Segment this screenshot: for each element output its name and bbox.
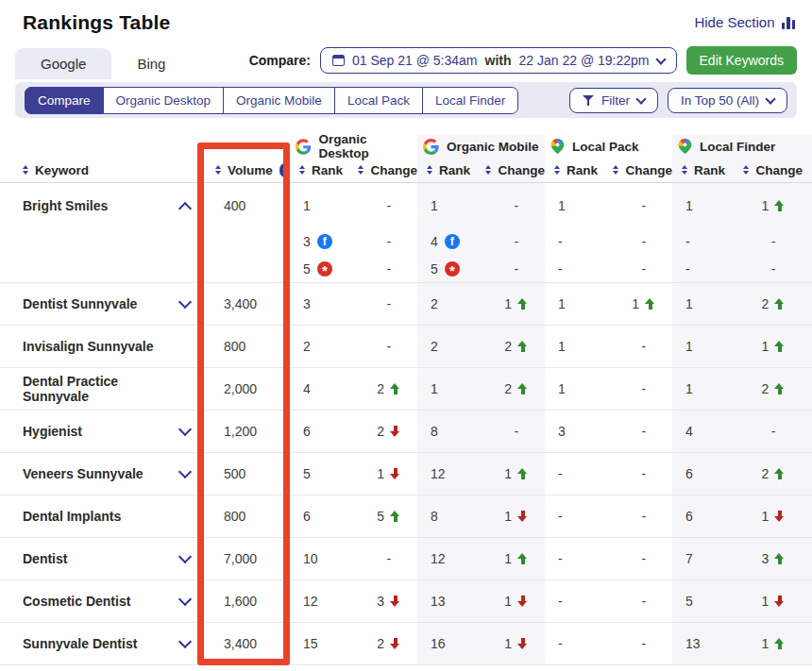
change-value: -	[514, 234, 518, 249]
expand-chevron-icon[interactable]	[178, 423, 192, 436]
rank-header-label: Rank	[312, 163, 343, 177]
change-header-label: Change	[755, 163, 803, 177]
change-value: -	[641, 551, 646, 566]
compare-label: Compare:	[249, 53, 311, 68]
date-range-picker[interactable]: 01 Sep 21 @ 5:34am with 22 Jan 22 @ 19:2…	[320, 47, 677, 74]
change-value: 1	[762, 198, 770, 213]
rank-value: 6	[303, 424, 311, 439]
google-g-icon	[296, 139, 311, 155]
view-tab-organic-desktop[interactable]: Organic Desktop	[103, 87, 225, 114]
sort-arrows-icon[interactable]	[554, 165, 560, 175]
tab-bing[interactable]: Bing	[111, 48, 191, 79]
rank-value: 1	[685, 198, 693, 213]
sort-arrows-icon[interactable]	[358, 165, 364, 175]
date-conjunction: with	[485, 53, 512, 68]
volume-cell: 7,000	[201, 538, 290, 579]
funnel-icon	[583, 94, 594, 106]
info-icon[interactable]	[279, 163, 290, 177]
change-value: 2	[377, 381, 384, 396]
expand-chevron-icon[interactable]	[178, 593, 192, 606]
volume-column-header: Volume	[201, 158, 290, 182]
change-value: -	[771, 234, 776, 249]
change-value: 5	[377, 509, 384, 524]
table-row: Veneers Sunnyvale 500 51 121 -- 62	[0, 453, 812, 495]
change-arrow-icon	[774, 383, 785, 394]
keyword-row-group: Veneers Sunnyvale 500 51 121 -- 62	[0, 453, 812, 495]
change-value: 2	[762, 381, 770, 396]
sort-arrows-icon[interactable]	[215, 165, 221, 175]
view-tab-compare[interactable]: Compare	[25, 87, 104, 114]
change-value: 1	[504, 509, 512, 524]
change-arrow-icon	[517, 383, 528, 394]
volume-cell: 400	[201, 183, 290, 227]
sort-arrows-icon[interactable]	[743, 165, 749, 175]
change-value: 1	[504, 551, 512, 566]
change-arrow-icon	[517, 511, 528, 522]
keyword-column-header: Keyword	[0, 158, 201, 182]
change-value: 3	[377, 594, 384, 609]
filter-controls: Filter In Top 50 (All)	[569, 88, 787, 113]
engine-tabs: Google Bing	[15, 48, 191, 79]
change-value: 1	[504, 594, 512, 609]
change-arrow-icon	[517, 638, 528, 649]
view-tab-local-finder[interactable]: Local Finder	[422, 87, 518, 114]
change-arrow-icon	[390, 426, 400, 437]
expand-chevron-icon[interactable]	[178, 295, 192, 309]
hide-section-link[interactable]: Hide Section	[694, 14, 795, 30]
tab-google[interactable]: Google	[15, 48, 111, 79]
change-arrow-icon	[517, 298, 528, 310]
sort-arrows-icon[interactable]	[485, 165, 491, 175]
keyword-label: Bright Smiles	[23, 198, 108, 213]
rank-source-icon	[445, 234, 460, 249]
change-value: 1	[762, 594, 770, 609]
rank-value: 15	[303, 636, 318, 651]
sort-arrows-icon[interactable]	[613, 165, 618, 175]
rank-value: 2	[303, 339, 311, 354]
group-label: Local Finder	[700, 140, 775, 154]
sort-arrows-icon[interactable]	[23, 165, 28, 175]
sort-arrows-icon[interactable]	[299, 165, 305, 175]
change-value: 2	[504, 381, 512, 396]
calendar-icon	[332, 55, 345, 66]
hide-section-label: Hide Section	[694, 14, 774, 30]
change-arrow-icon	[517, 341, 528, 352]
change-arrow-icon	[390, 638, 400, 649]
keyword-row-group: Dental Practice Sunnyvale 2,000 42 12 1-…	[0, 368, 812, 411]
rank-value: 1	[558, 339, 566, 354]
compare-controls: Compare: 01 Sep 21 @ 5:34am with 22 Jan …	[249, 46, 797, 79]
expand-chevron-icon[interactable]	[178, 635, 192, 648]
rankings-table: Organic Desktop Organic Mobile Local Pac…	[0, 135, 812, 665]
rank-value: 1	[685, 296, 693, 311]
change-value: -	[386, 234, 391, 249]
maps-pin-icon	[678, 139, 692, 154]
change-value: -	[641, 424, 646, 439]
top-filter-dropdown[interactable]: In Top 50 (All)	[668, 88, 787, 113]
rank-header-label: Rank	[567, 163, 598, 177]
rank-value: 10	[303, 551, 318, 566]
rank-value: -	[558, 594, 563, 609]
date-to: 22 Jan 22 @ 19:22pm	[519, 53, 650, 68]
rank-value: -	[558, 636, 563, 651]
rank-value: -	[685, 261, 690, 277]
edit-keywords-button[interactable]: Edit Keywords	[686, 46, 797, 75]
rank-value: 4	[303, 381, 311, 396]
sort-arrows-icon[interactable]	[682, 165, 687, 175]
keyword-row-group: Dentist Sunnyvale 3,400 3- 21 11 12	[0, 283, 812, 326]
view-tab-local-pack[interactable]: Local Pack	[334, 87, 423, 114]
filter-dropdown[interactable]: Filter	[569, 88, 658, 113]
change-value: 1	[504, 296, 512, 311]
view-tab-organic-mobile[interactable]: Organic Mobile	[223, 87, 335, 114]
sort-arrows-icon[interactable]	[427, 165, 432, 175]
rank-value: 5	[685, 594, 693, 609]
change-arrow-icon	[390, 511, 400, 522]
change-value: 1	[762, 636, 770, 651]
rank-value: 1	[431, 198, 438, 213]
collapse-chevron-icon[interactable]	[178, 201, 192, 214]
expand-chevron-icon[interactable]	[178, 550, 192, 563]
rank-value: -	[558, 551, 563, 566]
expand-chevron-icon[interactable]	[178, 465, 192, 478]
table-row: Bright Smiles 400 1- 1- 1- 11	[0, 183, 812, 227]
rank-value: 6	[685, 509, 693, 524]
change-value: -	[641, 381, 646, 396]
table-row: Dental Implants 800 65 81 -- 61	[0, 495, 812, 537]
